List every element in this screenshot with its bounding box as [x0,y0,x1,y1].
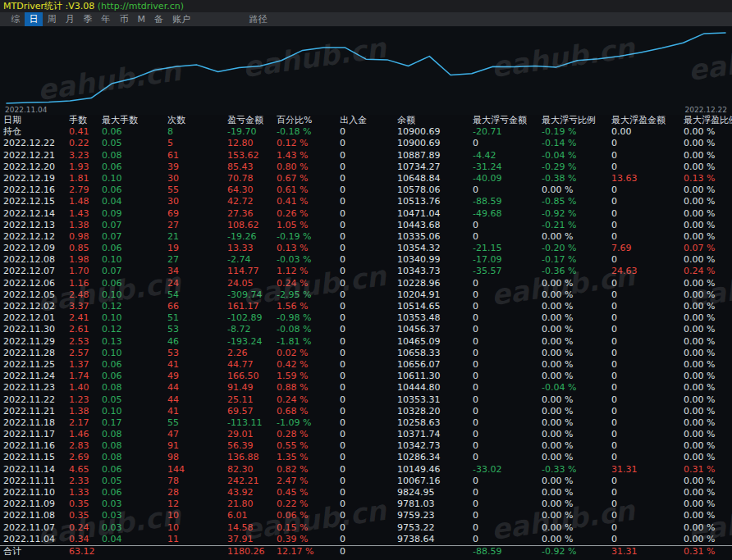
cell: 0.00 % [684,138,732,149]
tab-账户[interactable]: 账户 [168,12,195,26]
cell: 0 [611,487,684,499]
cell: 10067.16 [397,476,473,487]
cell: 0 [611,324,684,335]
header-cell-3: 次数 [167,115,227,126]
cell: 0.13 [102,336,167,348]
cell: 0 [340,336,397,348]
cell: 10656.07 [397,359,473,371]
cell: -1.09 % [277,417,340,429]
cell: 2022.12.15 [0,196,69,207]
cell: 0.06 % [277,510,340,521]
cell: 0 [473,312,542,324]
header-cell-5: 百分比% [277,115,340,126]
cell: 8 [167,126,227,138]
cell: 0 [340,464,397,476]
cell: 0.00 % [542,406,611,417]
cell: 0 [611,184,684,196]
cell: 242.21 [227,476,277,487]
cell: 0.13 % [684,173,732,184]
cell: -0.92 % [542,546,611,557]
tab-币[interactable]: 币 [115,12,133,26]
cell: 0.00 % [684,417,732,429]
cell: 0.04 [102,196,167,207]
cell: 0 [473,429,542,440]
cell: 10444.80 [397,382,473,394]
cell: 1.05 % [277,220,340,231]
cell: 11 [167,534,227,545]
cell: 0.00 % [684,348,732,359]
cell: 0.00 % [684,487,732,499]
cell: 0.00 % [542,522,611,534]
table-row: 2022.11.090.350.031221.800.22 %09781.030… [0,499,732,510]
cell: 0.08 [102,429,167,440]
cell: 0 [611,476,684,487]
tab-月[interactable]: 月 [61,12,79,26]
cell: 2022.11.25 [0,359,69,371]
cell: 0.00 % [684,184,732,196]
cell: 41 [167,359,227,371]
cell: 53 [167,324,227,335]
cell: 0 [340,324,397,335]
cell: 31.31 [611,464,684,476]
header-cell-10: 最大浮盈金额 [611,115,684,126]
tab-备[interactable]: 备 [150,12,168,26]
table-row: 2022.12.141.430.096927.360.26 %010471.04… [0,208,732,220]
cell: 0.12 % [277,138,340,149]
cell: 0.09 [102,208,167,220]
cell: 0.00 % [684,452,732,463]
tab-季[interactable]: 季 [79,12,97,26]
cell: 0.00 % [684,126,732,138]
cell: 0.00 % [684,208,732,220]
table-row: 2022.12.220.220.05512.800.12 %010900.690… [0,138,732,149]
cell: 0.42 % [277,359,340,371]
table-row: 2022.12.131.380.0727108.621.05 %010443.6… [0,220,732,231]
tab-年[interactable]: 年 [97,12,115,26]
equity-chart: 2022.11.04 2022.12.22 [0,26,732,115]
cell: 0.00 % [684,162,732,173]
cell: 0 [340,371,397,382]
table-row: 2022.12.213.230.0861153.621.43 %010887.8… [0,150,732,162]
cell: 91.49 [227,382,277,394]
cell: 0 [340,499,397,510]
cell: 44.77 [227,359,277,371]
cell: 0 [611,231,684,243]
cell: 41 [167,406,227,417]
cell: 0 [473,278,542,289]
cell: 0.00 % [684,231,732,243]
table-row: 2022.11.231.400.084491.490.88 %010444.80… [0,382,732,394]
cell: -0.33 % [542,464,611,476]
cell: 1.40 [69,382,102,394]
cell: 10371.74 [397,429,473,440]
cell: 0.10 [102,254,167,266]
cell: 0 [340,254,397,266]
cell: 0 [611,394,684,406]
cell: 70.78 [227,173,277,184]
tab-周[interactable]: 周 [43,12,61,26]
equity-curve-line [7,33,725,103]
cell: 0.10 [102,348,167,359]
cell: 0.03 [102,499,167,510]
cell: 0.10 [102,289,167,301]
cell: 0.68 % [277,406,340,417]
table-row: 2022.11.112.330.0578242.212.47 %010067.1… [0,476,732,487]
cell: 31.31 [611,546,684,557]
cell: 0.00 % [684,522,732,534]
cell: 0 [473,440,542,452]
cell [397,546,473,557]
table-row: 2022.11.080.350.03106.010.06 %09759.2300… [0,510,732,521]
path-menu[interactable]: 路径 [249,13,268,25]
tab-日[interactable]: 日 [25,12,43,26]
cell: 2.17 [69,417,102,429]
cell: 0.05 [102,138,167,149]
table-row: 2022.11.152.690.0898136.881.35 %010286.3… [0,452,732,463]
cell: 47 [167,429,227,440]
tab-M[interactable]: M [133,12,150,26]
tab-综[interactable]: 综 [7,12,25,26]
cell: 0.13 % [277,243,340,254]
cell: 1.43 % [277,150,340,162]
cell: 0 [473,510,542,521]
table-row: 2022.11.282.570.10532.260.02 %010658.330… [0,348,732,359]
table-row: 2022.11.302.610.1253-8.72-0.08 %010456.3… [0,324,732,335]
cell: 0 [473,406,542,417]
cell: 2022.12.21 [0,150,69,162]
